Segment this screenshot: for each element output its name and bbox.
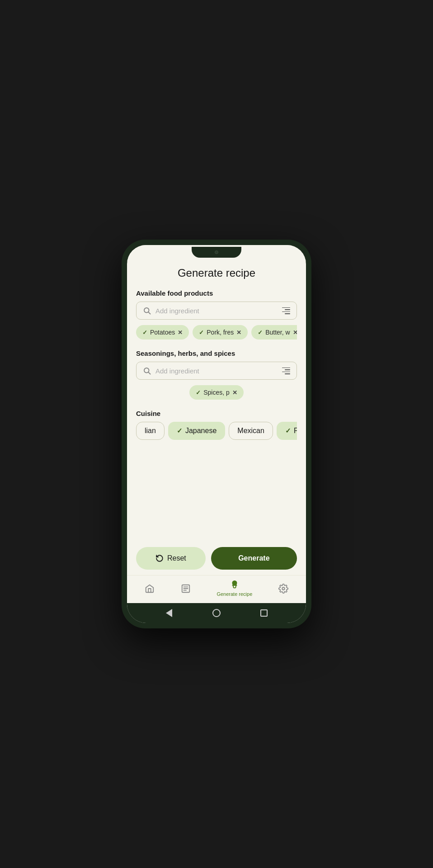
cuisine-label: Cuisine: [136, 410, 297, 417]
cuisine-polish-label: Polish: [294, 427, 297, 435]
cuisine-polish[interactable]: ✓ Polish: [277, 422, 297, 440]
cuisine-italian[interactable]: lian: [136, 422, 165, 440]
chip-potatoes-label: Potatoes: [150, 329, 175, 336]
chip-butter[interactable]: ✓ Butter, w ✕: [251, 325, 297, 340]
food-chips-row: ✓ Potatoes ✕ ✓ Pork, fres ✕ ✓ Butter, w …: [136, 325, 297, 340]
nav-bar: Generate recipe: [127, 575, 306, 603]
settings-icon: [278, 584, 288, 594]
cuisine-japanese[interactable]: ✓ Japanese: [168, 422, 225, 440]
nav-settings[interactable]: [278, 584, 288, 594]
chip-pork-remove[interactable]: ✕: [236, 329, 241, 336]
reset-button[interactable]: Reset: [136, 547, 206, 570]
seasonings-search-placeholder: Add ingredient: [155, 367, 278, 375]
nav-list[interactable]: [181, 584, 191, 594]
chip-potatoes[interactable]: ✓ Potatoes ✕: [136, 325, 189, 340]
screen-content: Generate recipe Available food products …: [127, 261, 306, 540]
phone-shell: Generate recipe Available food products …: [122, 240, 311, 628]
chip-spices-label: Spices, p: [203, 389, 230, 396]
seasonings-chips-row: ✓ Spices, p ✕: [136, 385, 297, 401]
nav-generate[interactable]: Generate recipe: [216, 580, 252, 597]
cuisine-japanese-label: Japanese: [185, 427, 216, 435]
reset-label: Reset: [167, 554, 186, 562]
page-title: Generate recipe: [136, 267, 297, 279]
svg-line-3: [148, 372, 150, 374]
android-nav: [127, 603, 306, 623]
list-icon: [181, 584, 191, 594]
food-search-bar[interactable]: Add ingredient: [136, 302, 297, 320]
chip-check-icon: ✓: [142, 329, 147, 336]
seasonings-label: Seasonings, herbs, and spices: [136, 349, 297, 357]
chip-butter-label: Butter, w: [265, 329, 290, 336]
cuisine-japanese-check: ✓: [177, 427, 183, 435]
chip-potatoes-remove[interactable]: ✕: [178, 329, 183, 336]
cuisine-row: lian ✓ Japanese Mexican ✓ Polish: [136, 422, 297, 440]
notch: [192, 247, 241, 258]
generate-button[interactable]: Generate: [211, 547, 297, 570]
chip-butter-remove[interactable]: ✕: [293, 329, 297, 336]
generate-label: Generate: [238, 554, 269, 562]
reset-icon: [155, 554, 164, 562]
chip-check-icon: ✓: [258, 329, 263, 336]
back-button[interactable]: [165, 609, 174, 618]
home-icon: [145, 584, 155, 594]
chip-check-icon: ✓: [196, 389, 201, 396]
cuisine-mexican-label: Mexican: [237, 427, 264, 435]
chip-spices[interactable]: ✓ Spices, p ✕: [189, 385, 244, 400]
food-search-icon: [143, 307, 151, 315]
phone-screen: Generate recipe Available food products …: [127, 245, 306, 623]
cuisine-italian-label: lian: [145, 427, 156, 435]
seasonings-search-bar[interactable]: Add ingredient: [136, 362, 297, 380]
nav-home[interactable]: [145, 584, 155, 594]
cuisine-polish-check: ✓: [285, 427, 291, 435]
chip-pork-label: Pork, fres: [207, 329, 234, 336]
seasonings-filter-icon[interactable]: [282, 368, 290, 374]
generate-icon: [230, 580, 240, 590]
food-filter-icon[interactable]: [282, 307, 290, 314]
status-bar: [127, 245, 306, 261]
recents-button[interactable]: [259, 609, 268, 618]
home-circle-icon: [212, 609, 221, 617]
chip-check-icon: ✓: [199, 329, 204, 336]
cuisine-mexican[interactable]: Mexican: [229, 422, 273, 440]
back-icon: [166, 609, 172, 617]
chip-pork[interactable]: ✓ Pork, fres ✕: [193, 325, 248, 340]
camera-dot: [215, 250, 218, 254]
food-products-label: Available food products: [136, 289, 297, 297]
svg-line-1: [148, 312, 150, 314]
svg-point-10: [282, 587, 285, 590]
recents-icon: [260, 609, 268, 617]
seasonings-search-icon: [143, 367, 151, 375]
chip-spices-remove[interactable]: ✕: [232, 389, 237, 396]
food-search-placeholder: Add ingredient: [155, 307, 278, 315]
home-button[interactable]: [212, 609, 221, 618]
nav-generate-label: Generate recipe: [216, 591, 252, 597]
bottom-buttons: Reset Generate: [127, 540, 306, 575]
